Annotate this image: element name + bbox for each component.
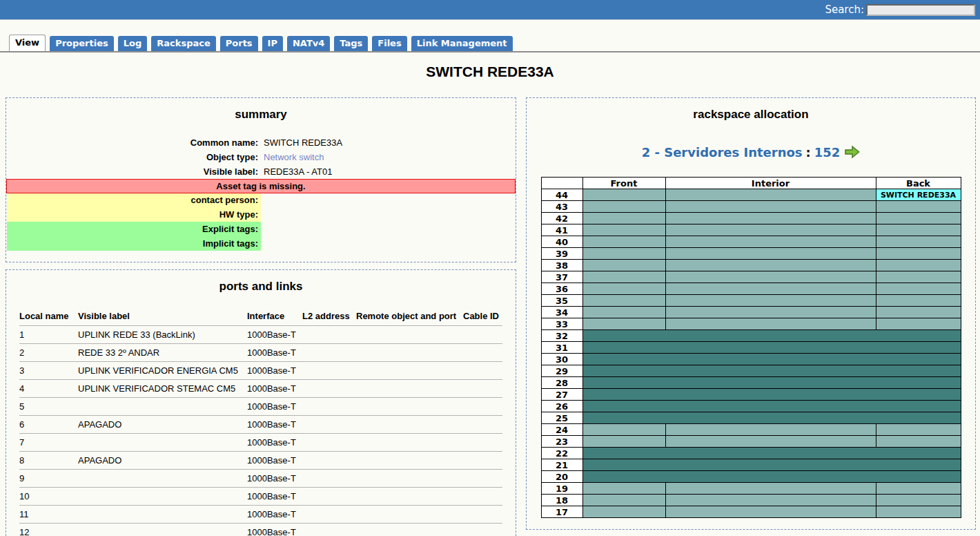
port-cell: 1000Base-T <box>247 505 302 523</box>
rack-unit-number: 30 <box>541 354 582 365</box>
asset-tag-warning: Asset tag is missing. <box>7 179 516 193</box>
rack-atom-free <box>876 307 961 318</box>
rack-location-line: 2 - Servidores Internos:152 <box>527 145 975 162</box>
tab-link-management[interactable]: Link Management <box>411 36 513 51</box>
rack-unit-row: 28 <box>541 377 961 389</box>
rack-atom-free <box>876 424 961 436</box>
port-row: 2REDE 33 2º ANDAR1000Base-T <box>19 343 502 361</box>
port-cell <box>78 469 247 487</box>
rack-unit-row: 21 <box>541 459 961 471</box>
ports-col-interface: Interface <box>247 307 302 325</box>
rack-atom-free <box>582 424 665 436</box>
ports-col-cable-id: Cable ID <box>463 307 502 325</box>
rack-unit-number: 39 <box>541 248 582 260</box>
tab-view[interactable]: View <box>9 35 46 51</box>
content-columns: summary Common name:SWITCH REDE33AObject… <box>0 97 980 536</box>
tab-ip[interactable]: IP <box>262 36 283 51</box>
rack-unit-row: 24 <box>541 424 961 436</box>
rack-unit-row: 26 <box>541 401 961 412</box>
port-cell <box>302 523 356 536</box>
port-cell <box>302 505 356 523</box>
port-cell <box>356 433 463 451</box>
rack-unit-row: 35 <box>541 295 961 307</box>
rack-atom-free <box>582 201 665 213</box>
right-column: rackspace allocation 2 - Servidores Inte… <box>526 97 976 536</box>
port-cell: 1000Base-T <box>247 487 302 505</box>
rack-atom-free <box>582 283 665 295</box>
rack-unit-number: 33 <box>541 318 582 330</box>
rack-atom-free <box>665 506 876 518</box>
rack-atom-free <box>876 260 961 271</box>
go-to-rack-arrow-icon[interactable] <box>845 145 860 162</box>
rack-unit-row: 44SWITCH REDE33A <box>541 189 961 201</box>
port-cell <box>356 379 463 397</box>
rack-atom-free <box>876 318 961 330</box>
object-type-link[interactable]: Network switch <box>261 150 516 164</box>
tab-properties[interactable]: Properties <box>50 36 114 51</box>
port-cell: 1000Base-T <box>247 415 302 433</box>
rack-atom-object[interactable]: SWITCH REDE33A <box>876 189 961 201</box>
ports-col-visible-label: Visible label <box>78 307 247 325</box>
port-cell: REDE 33 2º ANDAR <box>78 343 247 361</box>
rack-atom-free <box>876 506 961 518</box>
port-cell <box>463 505 502 523</box>
rack-atom-free <box>665 224 876 236</box>
rack-atom-taken <box>582 448 961 459</box>
port-row: 3UPLINK VERIFICADOR ENERGIA CM51000Base-… <box>19 361 502 379</box>
tab-ports[interactable]: Ports <box>220 36 258 51</box>
rack-atom-free <box>582 436 665 448</box>
rack-atom-free <box>876 483 961 495</box>
port-cell <box>356 397 463 415</box>
rack-unit-row: 18 <box>541 495 961 506</box>
rack-number-link[interactable]: 152 <box>814 145 841 160</box>
rack-unit-number: 22 <box>541 448 582 459</box>
port-row: 51000Base-T <box>19 397 502 415</box>
port-cell <box>302 433 356 451</box>
summary-value <box>261 193 516 207</box>
ports-col-local-name: Local name <box>19 307 78 325</box>
port-cell <box>302 415 356 433</box>
page-title: SWITCH REDE33A <box>0 64 980 80</box>
search-label: Search: <box>825 3 864 16</box>
rack-row-link[interactable]: 2 - Servidores Internos <box>642 145 803 160</box>
port-row: 1UPLINK REDE 33 (BackLink)1000Base-T <box>19 325 502 343</box>
tab-files[interactable]: Files <box>372 36 406 51</box>
port-cell <box>78 397 247 415</box>
rackspace-portlet: rackspace allocation 2 - Servidores Inte… <box>526 97 976 530</box>
rack-unit-row: 40 <box>541 236 961 248</box>
rack-unit-row: 36 <box>541 283 961 295</box>
port-cell <box>463 433 502 451</box>
search-input[interactable] <box>866 4 975 16</box>
rack-atom-free <box>665 271 876 283</box>
summary-row: Explicit tags: <box>7 222 516 236</box>
rack-unit-number: 41 <box>541 224 582 236</box>
port-cell: 1000Base-T <box>247 433 302 451</box>
port-cell <box>463 487 502 505</box>
rack-atom-free <box>665 483 876 495</box>
rack-unit-number: 19 <box>541 483 582 495</box>
tab-log[interactable]: Log <box>118 36 148 51</box>
rack-atom-free <box>876 248 961 260</box>
port-cell: 7 <box>19 433 78 451</box>
rack-unit-row: 23 <box>541 436 961 448</box>
port-cell: UPLINK REDE 33 (BackLink) <box>78 325 247 343</box>
tab-rackspace[interactable]: Rackspace <box>151 36 215 51</box>
port-cell <box>356 505 463 523</box>
summary-label: Implicit tags: <box>7 236 262 251</box>
port-cell: UPLINK VERIFICADOR STEMAC CM5 <box>78 379 247 397</box>
port-cell: 1000Base-T <box>247 469 302 487</box>
rack-atom-taken <box>582 342 961 354</box>
rack-unit-number: 38 <box>541 260 582 271</box>
rackspace-title: rackspace allocation <box>527 108 975 122</box>
port-cell <box>356 523 463 536</box>
rack-unit-number: 32 <box>541 330 582 342</box>
port-cell <box>463 361 502 379</box>
tab-tags[interactable]: Tags <box>334 36 368 51</box>
port-cell <box>302 469 356 487</box>
port-cell: 1000Base-T <box>247 523 302 536</box>
rack-atom-taken <box>582 330 961 342</box>
tab-natv4[interactable]: NATv4 <box>287 36 330 51</box>
summary-row: Object type:Network switch <box>7 150 516 164</box>
port-cell <box>302 325 356 343</box>
rack-unit-row: 30 <box>541 354 961 365</box>
